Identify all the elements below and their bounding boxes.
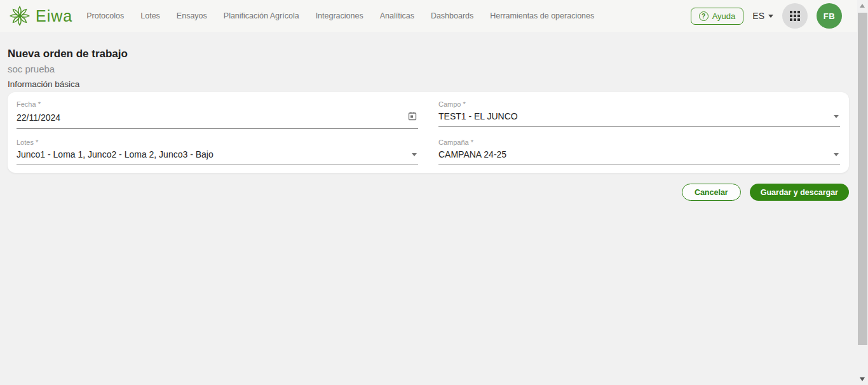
nav-item-lotes[interactable]: Lotes [140, 11, 160, 20]
field-campana: Campaña * CAMPANA 24-25 [438, 138, 840, 165]
app-root: Eiwa Protocolos Lotes Ensayos Planificac… [0, 0, 868, 385]
language-code: ES [752, 11, 764, 21]
dropdown-arrow-icon [834, 115, 839, 118]
dropdown-arrow-icon [412, 153, 417, 156]
language-selector[interactable]: ES [752, 11, 773, 21]
campana-select[interactable]: CAMPANA 24-25 [438, 149, 840, 165]
nav-item-protocolos[interactable]: Protocolos [86, 11, 124, 20]
scrollbar-up-arrow-icon[interactable] [860, 4, 865, 8]
lotes-select[interactable]: Junco1 - Loma 1, Junco2 - Loma 2, Junco3… [17, 149, 418, 165]
field-lotes: Lotes * Junco1 - Loma 1, Junco2 - Loma 2… [17, 138, 418, 165]
nav-item-analiticas[interactable]: Analíticas [380, 11, 414, 20]
section-label: Información básica [8, 79, 79, 89]
nav-item-herramientas-operaciones[interactable]: Herramientas de operaciones [490, 11, 594, 20]
calendar-icon[interactable] [408, 111, 417, 123]
nav-item-ensayos[interactable]: Ensayos [177, 11, 207, 20]
field-lotes-label: Lotes * [17, 138, 418, 146]
chevron-down-icon [768, 15, 773, 18]
nav-item-dashboards[interactable]: Dashboards [431, 11, 473, 20]
apps-grid-icon [790, 11, 800, 21]
header-right: ? Ayuda ES FB [691, 3, 842, 29]
field-fecha-label: Fecha * [17, 100, 418, 108]
fecha-input[interactable]: 22/11/2024 [17, 111, 418, 129]
save-and-download-button[interactable]: Guardar y descargar [750, 184, 849, 201]
campana-value: CAMPANA 24-25 [438, 149, 506, 159]
dropdown-arrow-icon [834, 153, 839, 156]
top-nav: Eiwa Protocolos Lotes Ensayos Planificac… [0, 0, 868, 32]
vertical-scrollbar[interactable] [857, 0, 868, 385]
eiwa-flower-logo-icon [8, 4, 32, 28]
brand-name: Eiwa [36, 7, 72, 25]
brand[interactable]: Eiwa [8, 4, 72, 28]
field-campo: Campo * TEST1 - EL JUNCO [438, 100, 840, 129]
field-campo-label: Campo * [438, 100, 840, 108]
basic-info-card: Fecha * 22/11/2024 Campo * [8, 92, 849, 173]
cancel-button[interactable]: Cancelar [682, 184, 741, 201]
main-nav: Protocolos Lotes Ensayos Planificación A… [86, 11, 594, 20]
field-fecha: Fecha * 22/11/2024 [17, 100, 418, 129]
nav-item-planificacion-agricola[interactable]: Planificación Agrícola [224, 11, 299, 20]
fecha-value: 22/11/2024 [17, 112, 60, 123]
question-mark-icon: ? [699, 11, 709, 21]
nav-item-integraciones[interactable]: Integraciones [316, 11, 363, 20]
avatar[interactable]: FB [817, 3, 842, 29]
help-button[interactable]: ? Ayuda [691, 8, 744, 25]
page-title: Nueva orden de trabajo [8, 48, 128, 60]
field-campana-label: Campaña * [438, 138, 840, 146]
help-button-label: Ayuda [712, 11, 736, 21]
lotes-value: Junco1 - Loma 1, Junco2 - Loma 2, Junco3… [17, 149, 214, 159]
scrollbar-down-arrow-icon[interactable] [860, 377, 865, 381]
scrollbar-thumb[interactable] [858, 13, 867, 345]
apps-grid-button[interactable] [782, 3, 808, 29]
campo-value: TEST1 - EL JUNCO [438, 111, 518, 121]
page-subtitle: soc prueba [8, 64, 55, 74]
campo-select[interactable]: TEST1 - EL JUNCO [438, 111, 840, 127]
form-actions: Cancelar Guardar y descargar [682, 184, 849, 201]
